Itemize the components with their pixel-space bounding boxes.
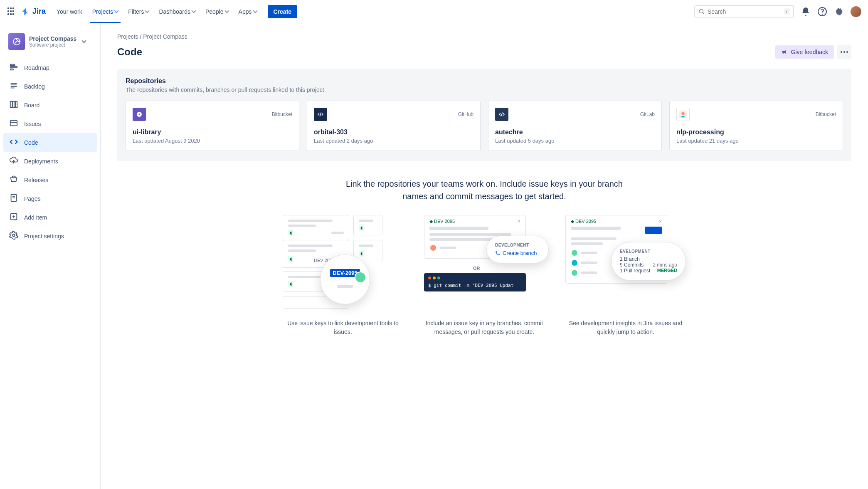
chevron-down-icon [114, 8, 119, 13]
sidebar-item-label: Add item [24, 214, 47, 221]
nav-people[interactable]: People [201, 0, 233, 23]
settings-icon [9, 231, 18, 241]
backlog-icon [9, 81, 18, 91]
settings-icon[interactable] [834, 7, 844, 17]
nav-right: / [694, 5, 861, 18]
svg-rect-14 [16, 101, 17, 108]
repo-card[interactable]: Bitbucketui-libraryLast updated August 9… [126, 101, 299, 151]
project-name: Project Compass [29, 35, 76, 42]
nav-your-work[interactable]: Your work [52, 0, 86, 23]
sidebar-item-releases[interactable]: Releases [3, 170, 97, 189]
page-title: Code [117, 46, 142, 58]
illustration-3: ◆ DEV-2095 ⋯ × EVELOPMENT 1 Branch 9 [565, 215, 686, 336]
sidebar-item-label: Code [24, 139, 38, 146]
sidebar-item-label: Roadmap [24, 64, 49, 71]
svg-point-26 [846, 51, 848, 53]
chevron-down-icon [82, 38, 86, 43]
notifications-icon[interactable] [801, 7, 811, 17]
logo-text: Jira [32, 7, 46, 16]
sidebar-item-label: Backlog [24, 83, 45, 90]
repo-source: GitHub [458, 111, 473, 117]
help-icon[interactable] [817, 7, 827, 17]
svg-line-1 [703, 12, 704, 14]
more-actions-button[interactable] [837, 45, 851, 59]
repo-icon [495, 108, 508, 121]
jira-logo[interactable]: Jira [22, 7, 46, 16]
svg-rect-7 [10, 69, 13, 70]
repo-updated: Last updated August 9 2020 [133, 138, 292, 144]
svg-line-27 [320, 113, 321, 116]
sidebar-item-code[interactable]: Code [3, 133, 97, 152]
repo-source: GitLab [640, 111, 655, 117]
user-avatar[interactable] [851, 6, 861, 17]
repo-updated: Last updated 5 days ago [495, 138, 655, 144]
give-feedback-button[interactable]: Give feedback [775, 45, 834, 59]
repo-card[interactable]: GitLabautechreLast updated 5 days ago [488, 101, 662, 151]
svg-rect-31 [681, 116, 684, 118]
nav-left: Jira Your work Projects Filters Dashboar… [7, 0, 297, 23]
sidebar-item-roadmap[interactable]: Roadmap [3, 58, 97, 77]
svg-point-25 [843, 51, 845, 53]
project-switcher[interactable]: Project Compass Software project [3, 33, 97, 58]
sidebar: Project Compass Software project Roadmap… [0, 23, 101, 489]
sidebar-item-backlog[interactable]: Backlog [3, 77, 97, 96]
chevron-down-icon [145, 8, 150, 13]
sidebar-item-pages[interactable]: Pages [3, 189, 97, 208]
search-kbd: / [784, 8, 790, 15]
repos-subtitle: The repositories with commits, branches … [126, 86, 843, 93]
chevron-down-icon [191, 8, 196, 13]
repo-icon [676, 108, 690, 121]
repo-name: autechre [495, 128, 655, 136]
main-content: Projects / Project Compass Code Give fee… [101, 23, 868, 489]
svg-point-33 [498, 254, 500, 255]
sidebar-item-issues[interactable]: Issues [3, 114, 97, 133]
pages-icon [9, 193, 18, 204]
sidebar-item-settings[interactable]: Project settings [3, 227, 97, 245]
sidebar-item-board[interactable]: Board [3, 96, 97, 114]
svg-rect-5 [10, 64, 15, 66]
search-input[interactable] [705, 7, 784, 16]
nav-dashboards[interactable]: Dashboards [155, 0, 200, 23]
nav-projects[interactable]: Projects [88, 0, 123, 23]
chevron-down-icon [253, 8, 257, 13]
create-button[interactable]: Create [268, 5, 298, 18]
top-nav: Jira Your work Projects Filters Dashboar… [0, 0, 868, 23]
sidebar-item-deploy[interactable]: Deployments [3, 152, 97, 170]
search-icon [698, 8, 705, 15]
caption-3: See development insights in Jira issues … [565, 319, 686, 336]
megaphone-icon [781, 49, 788, 55]
branch-icon [495, 251, 500, 256]
repo-name: orbital-303 [314, 128, 473, 136]
search-box[interactable]: / [694, 5, 794, 18]
issues-icon [9, 119, 18, 129]
nav-filters[interactable]: Filters [124, 0, 153, 23]
svg-rect-15 [10, 121, 17, 126]
repo-updated: Last updated 2 days ago [314, 138, 473, 144]
breadcrumb-current[interactable]: Project Compass [143, 33, 187, 40]
project-type: Software project [29, 42, 76, 48]
roadmap-icon [9, 62, 18, 73]
repo-card[interactable]: GitHuborbital-303Last updated 2 days ago [307, 101, 481, 151]
sidebar-item-label: Issues [24, 121, 41, 127]
repo-updated: Last updated 21 days ago [676, 138, 836, 144]
nav-apps[interactable]: Apps [234, 0, 261, 23]
repo-card[interactable]: Bitbucketnlp-processingLast updated 21 d… [669, 101, 843, 151]
repo-icon [133, 108, 146, 121]
breadcrumb-root[interactable]: Projects [117, 33, 138, 40]
add-icon [9, 212, 18, 222]
svg-point-30 [681, 112, 684, 115]
repo-source: Bitbucket [816, 111, 836, 117]
sidebar-item-label: Deployments [24, 158, 58, 165]
repos-title: Repositories [126, 77, 843, 85]
repo-name: nlp-processing [676, 128, 836, 136]
sidebar-item-add[interactable]: Add item [3, 208, 97, 227]
board-icon [9, 100, 18, 110]
svg-point-0 [699, 9, 703, 13]
caption-2: Include an issue key in any branches, co… [424, 319, 545, 336]
deploy-icon [9, 156, 18, 166]
svg-point-3 [822, 14, 823, 14]
code-icon [9, 137, 18, 148]
app-switcher-icon[interactable] [7, 7, 17, 17]
illustration-1: ◖ ◖ ◖ DE [283, 215, 403, 336]
svg-rect-12 [10, 101, 12, 108]
